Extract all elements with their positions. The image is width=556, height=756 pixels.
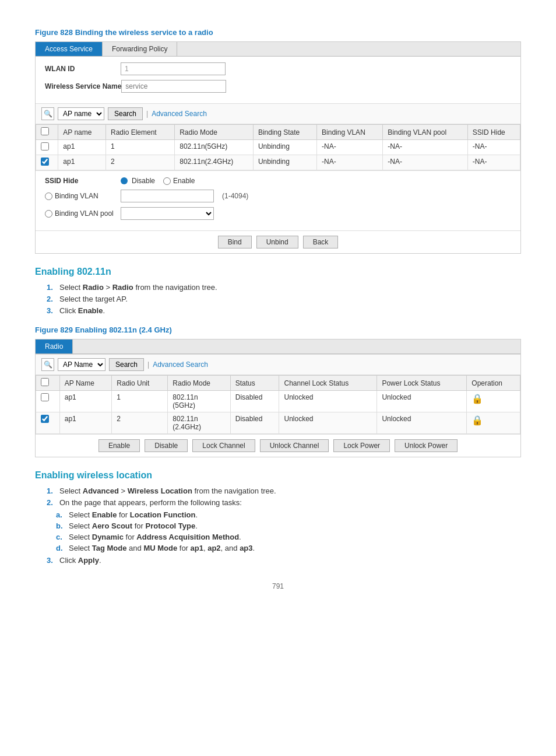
advanced-search-829[interactable]: Advanced Search: [153, 360, 208, 369]
row-checkbox-829-2[interactable]: [41, 415, 49, 423]
search-select-829[interactable]: AP Name: [58, 358, 105, 371]
table-row: ap1 1 802.11n(5GHz) Unbinding -NA- -NA- …: [36, 140, 520, 155]
ssid-disable-option[interactable]: Disable: [121, 177, 155, 185]
cell-power-lock-829-1: Unlocked: [377, 391, 467, 412]
sub-step-d: d. Select Tag Mode and MU Mode for ap1, …: [56, 544, 521, 552]
tab-bar-828: Access Service Forwarding Policy: [36, 42, 520, 57]
action-row-829: Enable Disable Lock Channel Unlock Chann…: [36, 434, 520, 457]
cell-radio-mode-828-1: 802.11n(5GHz): [175, 140, 254, 155]
sub-step-c: c. Select Dynamic for Address Acquisitio…: [56, 533, 521, 541]
page-number: 791: [35, 582, 521, 590]
lock-power-button[interactable]: Lock Power: [333, 439, 390, 452]
th-radio-mode-829: Radio Mode: [168, 376, 230, 391]
cell-radio-mode-828-2: 802.11n(2.4GHz): [175, 155, 254, 170]
binding-vlan-pool-label: Binding VLAN pool: [55, 209, 114, 218]
th-radio-mode-828: Radio Mode: [175, 125, 254, 140]
cell-channel-lock-829-2: Unlocked: [279, 412, 377, 434]
vlan-input[interactable]: [121, 190, 214, 202]
sub-steps-wireless: a. Select Enable for Location Function. …: [56, 510, 521, 552]
step-wireless-2: 2. On the page that appears, perform the…: [47, 498, 521, 507]
steps-802: 1. Select Radio > Radio from the navigat…: [47, 283, 521, 315]
th-operation: Operation: [467, 376, 520, 391]
figure-829-panel: Radio 🔍 AP Name Search | Advanced Search…: [35, 339, 521, 457]
search-button-829[interactable]: Search: [109, 358, 144, 371]
ssid-hide-label: SSID Hide: [45, 177, 115, 185]
step-wireless-3-wrap: 3. Click Apply.: [47, 556, 521, 565]
disable-button[interactable]: Disable: [145, 439, 188, 452]
th-ssid-hide: SSID Hide: [467, 125, 520, 140]
bind-button[interactable]: Bind: [218, 236, 252, 249]
ssid-hide-row: SSID Hide Disable Enable: [45, 177, 511, 185]
form-section-828: WLAN ID Wireless Service Name: [36, 57, 520, 103]
tab-access-service[interactable]: Access Service: [36, 42, 103, 56]
unbind-button[interactable]: Unbind: [256, 236, 298, 249]
cell-radio-mode-829-1: 802.11n(5GHz): [168, 391, 230, 412]
back-button[interactable]: Back: [303, 236, 339, 249]
vlan-hint: (1-4094): [222, 192, 248, 200]
lock-channel-button[interactable]: Lock Channel: [192, 439, 255, 452]
radio-filled-disable: [121, 177, 128, 184]
sub-step-b: b. Select Aero Scout for Protocol Type.: [56, 522, 521, 530]
cell-ap-name-828-2: ap1: [58, 155, 106, 170]
tab-bar-829: Radio: [36, 340, 520, 354]
section-wireless-heading: Enabling wireless location: [35, 470, 521, 481]
sub-step-a: a. Select Enable for Location Function.: [56, 510, 521, 519]
step-wireless-3: 3. Click Apply.: [47, 556, 521, 565]
ssid-enable-option[interactable]: Enable: [163, 177, 195, 185]
row-checkbox-829-1[interactable]: [41, 393, 49, 401]
advanced-search-828[interactable]: Advanced Search: [152, 110, 207, 118]
binding-vlan-pool-radio-option[interactable]: Binding VLAN pool: [45, 209, 115, 218]
step-802-2: 2. Select the target AP.: [47, 295, 521, 303]
table-row: ap1 1 802.11n(5GHz) Disabled Unlocked Un…: [36, 391, 520, 412]
figure-828-title: Figure 828 Binding the wireless service …: [35, 28, 521, 37]
cell-radio-unit-829-1: 1: [112, 391, 168, 412]
operation-icon-829-2[interactable]: 🔒: [471, 415, 483, 425]
wireless-service-label: Wireless Service Name: [45, 82, 121, 90]
wireless-service-input[interactable]: [121, 80, 226, 93]
select-all-828[interactable]: [41, 127, 49, 135]
cell-radio-el-828-2: 2: [105, 155, 174, 170]
select-all-829[interactable]: [41, 378, 49, 386]
unlock-power-button[interactable]: Unlock Power: [395, 439, 458, 452]
search-select-828[interactable]: AP name: [58, 107, 104, 120]
options-section-828: SSID Hide Disable Enable Binding VL: [36, 170, 520, 230]
cell-ssid-hide-828-2: -NA-: [467, 155, 520, 170]
figure-829-title: Figure 829 Enabling 802.11n (2.4 GHz): [35, 326, 521, 334]
row-checkbox-828-2[interactable]: [41, 158, 49, 166]
binding-vlan-radio-option[interactable]: Binding VLAN: [45, 192, 115, 200]
row-checkbox-828-1[interactable]: [41, 142, 49, 150]
cell-power-lock-829-2: Unlocked: [377, 412, 467, 434]
operation-icon-829-1[interactable]: 🔒: [471, 394, 483, 404]
cell-binding-vlan-828-1: -NA-: [317, 140, 383, 155]
th-binding-vlan: Binding VLAN: [317, 125, 383, 140]
cell-binding-vlan-pool-828-2: -NA-: [383, 155, 467, 170]
cell-operation-829-2[interactable]: 🔒: [467, 412, 520, 434]
search-icon-828: 🔍: [41, 107, 54, 120]
cell-radio-unit-829-2: 2: [112, 412, 168, 434]
radio-binding-vlan[interactable]: [45, 192, 52, 200]
enable-button[interactable]: Enable: [98, 439, 140, 452]
cell-operation-829-1[interactable]: 🔒: [467, 391, 520, 412]
tab-radio[interactable]: Radio: [36, 340, 73, 354]
figure-828-panel: Access Service Forwarding Policy WLAN ID…: [35, 41, 521, 254]
cell-binding-vlan-pool-828-1: -NA-: [383, 140, 467, 155]
cell-channel-lock-829-1: Unlocked: [279, 391, 377, 412]
search-bar-828: 🔍 AP name Search | Advanced Search: [36, 103, 520, 124]
unlock-channel-button[interactable]: Unlock Channel: [260, 439, 329, 452]
wlan-id-input[interactable]: [121, 62, 226, 75]
cell-radio-mode-829-2: 802.11n(2.4GHz): [168, 412, 230, 434]
steps-wireless: 1. Select Advanced > Wireless Location f…: [47, 487, 521, 507]
th-radio-element: Radio Element: [105, 125, 174, 140]
cell-ap-name-829-2: ap1: [59, 412, 112, 434]
radio-binding-vlan-pool[interactable]: [45, 210, 52, 218]
cell-ap-name-828-1: ap1: [58, 140, 106, 155]
radio-enable-828[interactable]: [163, 177, 171, 185]
search-button-828[interactable]: Search: [108, 107, 143, 120]
binding-vlan-label: Binding VLAN: [55, 192, 98, 200]
tab-forwarding-policy[interactable]: Forwarding Policy: [103, 42, 177, 56]
wlan-id-label: WLAN ID: [45, 65, 121, 73]
step-wireless-1: 1. Select Advanced > Wireless Location f…: [47, 487, 521, 495]
th-binding-state: Binding State: [253, 125, 316, 140]
vlan-pool-select[interactable]: [121, 207, 214, 220]
section-802-heading: Enabling 802.11n: [35, 267, 521, 277]
